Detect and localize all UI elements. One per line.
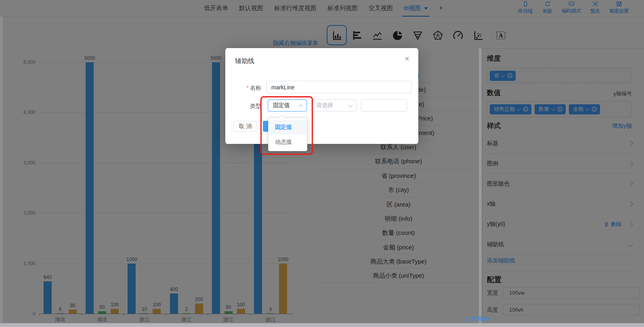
dialog-title: 辅助线 (235, 57, 254, 65)
markline-dialog: 辅助线 × *名称 类型 固定值 请选择 确 定 取 消 (225, 48, 418, 144)
type-dropdown: 固定值动态值 (268, 118, 307, 151)
middle-scrollbar[interactable] (479, 49, 482, 323)
close-icon[interactable]: × (405, 55, 409, 63)
dropdown-option-动态值[interactable]: 动态值 (269, 135, 307, 150)
type-label: 类型 (225, 103, 261, 110)
name-input[interactable] (266, 81, 412, 93)
chevron-up-icon (298, 104, 303, 109)
required-asterisk: * (247, 84, 249, 91)
cancel-button[interactable]: 取 消 (233, 121, 257, 132)
app-root: 低开表单默认视图标准行维度视图标准列视图交叉视图ttt视图+ 移动端刷新编码模式… (0, 0, 644, 327)
view-api-link[interactable]: ◎ 查看Api (466, 315, 490, 323)
left-scrollbar[interactable] (0, 17, 3, 323)
dropdown-option-固定值[interactable]: 固定值 (269, 120, 307, 135)
bottom-scrollbar[interactable] (0, 323, 644, 327)
field-select[interactable]: 请选择 (311, 99, 357, 112)
type-select[interactable]: 固定值 (268, 99, 307, 112)
name-label: *名称 (225, 84, 261, 92)
chevron-down-icon (348, 103, 352, 107)
eye-icon: ◎ (466, 316, 470, 322)
value-input[interactable] (361, 99, 407, 112)
